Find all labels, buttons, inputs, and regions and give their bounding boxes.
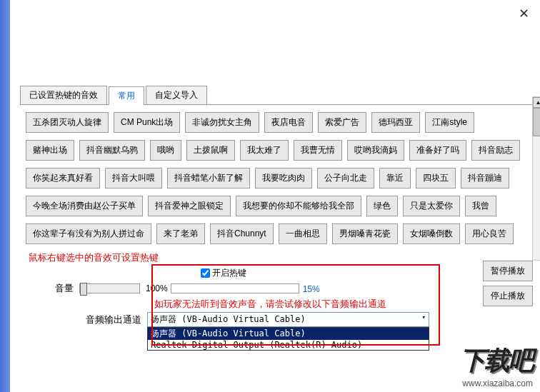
volume-meter: 15% xyxy=(171,283,299,293)
sound-btn[interactable]: 来了老弟 xyxy=(156,223,205,244)
sound-btn[interactable]: 夜店电音 xyxy=(264,112,313,133)
sound-btn[interactable]: 抖音蹦迪 xyxy=(461,168,509,189)
stop-button[interactable]: 停止播放 xyxy=(483,286,533,306)
sound-btn[interactable]: 抖音幽默乌鸦 xyxy=(79,140,145,161)
sound-btn[interactable]: 今晚全场消费由赵公子买单 xyxy=(26,196,143,216)
sound-btn[interactable]: 女烟嗓倒数 xyxy=(403,223,460,244)
output-label: 音频输出通道 xyxy=(26,312,147,326)
sound-btn[interactable]: 四块五 xyxy=(416,168,456,189)
sound-btn[interactable]: 你笑起来真好看 xyxy=(26,168,100,189)
output-option[interactable]: Realtek Digital Output (Realtek(R) Audio… xyxy=(148,340,429,350)
sound-btn[interactable]: 我想要的你却不能够给我全部 xyxy=(236,196,361,216)
pause-button[interactable]: 暂停播放 xyxy=(483,261,533,281)
close-icon[interactable]: ✕ xyxy=(519,6,529,21)
audio-output-hint: 如玩家无法听到音效声音，请尝试修改以下音频输出通道 xyxy=(154,298,527,311)
enable-hotkey-label: 开启热键 xyxy=(212,268,246,278)
sound-btn[interactable]: 非诚勿扰女主角 xyxy=(185,112,259,133)
enable-hotkey-checkbox[interactable] xyxy=(201,268,210,278)
hotkey-hint: 鼠标右键选中的音效可设置热键 xyxy=(29,251,527,264)
output-dropdown-list: 扬声器 (VB-Audio Virtual Cable) Realtek Dig… xyxy=(147,327,429,351)
watermark: 下载吧 www.xiazaiba.com xyxy=(460,343,533,388)
volume-meter-pct: 15% xyxy=(303,284,320,294)
tab-bar: 已设置热键的音效 常用 自定义导入 xyxy=(20,86,533,105)
volume-label: 音量 xyxy=(26,282,79,295)
volume-percent: 100% xyxy=(146,283,168,293)
sound-btn[interactable]: 靠近 xyxy=(379,168,411,189)
sound-btn[interactable]: 绿色 xyxy=(366,196,398,216)
tab-common[interactable]: 常用 xyxy=(109,86,144,105)
scrollbar[interactable]: ▲ xyxy=(532,96,540,261)
tab-custom-import[interactable]: 自定义导入 xyxy=(146,86,207,104)
sound-btn[interactable]: 江南style xyxy=(425,112,474,133)
sound-btn[interactable]: 我太难了 xyxy=(240,140,289,161)
sound-btn[interactable]: 公子向北走 xyxy=(317,168,374,189)
output-option[interactable]: 扬声器 (VB-Audio Virtual Cable) xyxy=(148,328,429,340)
sound-btn[interactable]: 赌神出场 xyxy=(26,140,74,161)
sound-btn[interactable]: 抖音大叫喂 xyxy=(105,168,162,189)
scrollbar-thumb[interactable] xyxy=(533,108,540,136)
sound-btn[interactable]: 土拨鼠啊 xyxy=(186,140,235,161)
chevron-down-icon: ▾ xyxy=(422,313,426,326)
scroll-up-icon[interactable]: ▲ xyxy=(533,97,540,108)
sound-btn[interactable]: 哦哟 xyxy=(150,140,181,161)
sound-btn[interactable]: 准备好了吗 xyxy=(409,140,466,161)
sound-btn[interactable]: 你这辈子有没有为别人拼过命 xyxy=(26,223,151,244)
sound-btn[interactable]: 抖音励志 xyxy=(471,140,520,161)
sound-btn[interactable]: 我要吃肉肉 xyxy=(255,168,312,189)
sound-btn[interactable]: 只是太爱你 xyxy=(403,196,460,216)
output-dropdown[interactable]: 扬声器 (VB-Audio Virtual Cable) ▾ 扬声器 (VB-A… xyxy=(147,312,429,351)
sound-btn[interactable]: 德玛西亚 xyxy=(371,112,420,133)
sound-btn[interactable]: 一曲相思 xyxy=(279,223,327,244)
output-selected: 扬声器 (VB-Audio Virtual Cable) xyxy=(151,313,306,326)
volume-slider[interactable] xyxy=(79,283,140,293)
sound-btn[interactable]: 男烟嗓青花瓷 xyxy=(332,223,398,244)
sound-btn[interactable]: 抖音Chunnyt xyxy=(210,223,274,244)
sound-btn[interactable]: 抖音爱神之眼锁定 xyxy=(148,196,231,216)
sound-btn[interactable]: 我曾 xyxy=(465,196,496,216)
sound-btn[interactable]: CM Punk出场 xyxy=(114,112,180,133)
sound-btn[interactable]: 用心良苦 xyxy=(465,223,514,244)
sound-buttons-panel: 五杀团灭动人旋律 CM Punk出场 非诚勿扰女主角 夜店电音 索爱广告 德玛西… xyxy=(20,105,533,355)
watermark-logo: 下载吧 xyxy=(460,343,533,378)
watermark-url: www.xiazaiba.com xyxy=(460,378,533,388)
sound-btn[interactable]: 抖音蜡笔小新了解 xyxy=(167,168,250,189)
sound-btn[interactable]: 我曹无情 xyxy=(294,140,342,161)
sound-btn[interactable]: 哎哟我滴妈 xyxy=(347,140,404,161)
sound-btn[interactable]: 索爱广告 xyxy=(318,112,366,133)
sound-btn[interactable]: 五杀团灭动人旋律 xyxy=(26,112,109,133)
tab-hotkey-sounds[interactable]: 已设置热键的音效 xyxy=(20,86,107,104)
